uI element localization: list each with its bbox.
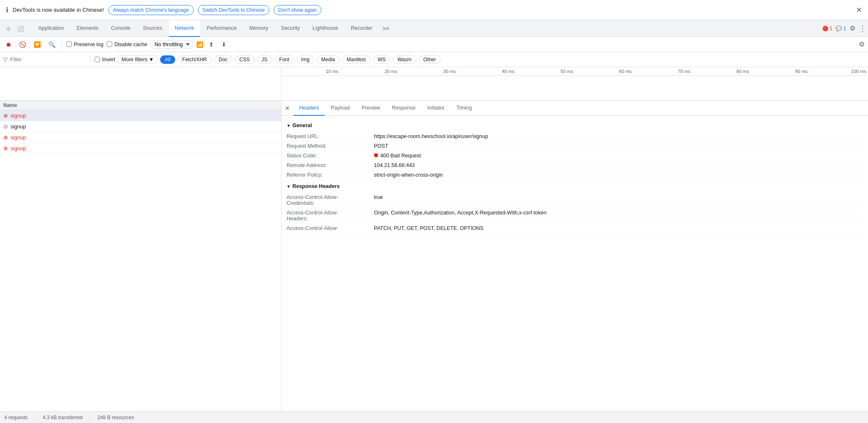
network-toolbar: ⏺ 🚫 🔽 🔍 Preserve log Disable cache No th… (0, 37, 868, 52)
error-icon: 🔴 (822, 26, 829, 31)
upload-icon-button[interactable]: ⬆ (207, 40, 216, 49)
more-options-button[interactable]: ⋮ (859, 24, 866, 33)
status-code-row: Status Code: 400 Bad Request (287, 151, 863, 161)
request-row-4[interactable]: ⊗ signup (0, 143, 281, 154)
request-method-key: Request Method: (287, 143, 371, 149)
tab-performance[interactable]: Performance (201, 20, 243, 37)
filter-fetchxhr-button[interactable]: Fetch/XHR (178, 55, 212, 64)
filter-img-button[interactable]: Img (297, 55, 314, 64)
more-tabs-button[interactable]: >> (379, 24, 392, 34)
filter-ws-button[interactable]: WS (373, 55, 390, 64)
general-section-title[interactable]: General (287, 119, 863, 132)
request-name-3: signup (11, 135, 26, 141)
status-code-val: 400 Bad Request (374, 153, 863, 159)
pending-icon-2: ⊙ (3, 123, 8, 130)
htab-preview[interactable]: Preview (355, 101, 386, 116)
filter-toggle-button[interactable]: 🔽 (32, 40, 43, 49)
tab-elements[interactable]: Elements (71, 20, 104, 37)
dont-show-again-button[interactable]: Don't show again (274, 5, 321, 15)
tab-recorder[interactable]: Recorder (345, 20, 378, 37)
disable-cache-text: Disable cache (114, 42, 147, 47)
htab-timing[interactable]: Timing (450, 101, 478, 116)
error-icon-4: ⊗ (3, 145, 8, 151)
clear-button[interactable]: 🚫 (17, 40, 28, 49)
htab-initiator[interactable]: Initiator (421, 101, 450, 116)
tab-lighthouse[interactable]: Lighthouse (307, 20, 344, 37)
record-button[interactable]: ⏺ (3, 40, 13, 49)
wifi-icon: 📶 (196, 41, 203, 48)
message-badge[interactable]: 💬 1 (836, 26, 846, 31)
resources-size: 248 B resources (97, 415, 134, 420)
aca-credentials-row: Access-Control-Allow-Credentials: true (287, 193, 863, 208)
network-settings-icon[interactable]: ⚙ (859, 40, 865, 48)
filter-doc-button[interactable]: Doc (214, 55, 232, 64)
inspect-icon-button[interactable]: ⊹ (4, 24, 13, 34)
htab-headers[interactable]: Headers (293, 101, 325, 116)
filter-other-button[interactable]: Other (419, 55, 441, 64)
status-bar: 4 requests | 4.3 kB transferred | 248 B … (0, 411, 868, 423)
devtools-window: ℹ DevTools is now available in Chinese! … (0, 0, 868, 423)
tab-sources[interactable]: Sources (137, 20, 168, 37)
device-icon-button[interactable]: ⬜ (15, 24, 26, 34)
filter-input[interactable] (10, 57, 86, 63)
htab-payload[interactable]: Payload (325, 101, 355, 116)
close-panel-button[interactable]: ✕ (285, 105, 290, 112)
tick-50ms: 50 ms (516, 69, 575, 74)
tab-memory[interactable]: Memory (243, 20, 274, 37)
filter-divider (90, 56, 90, 63)
preserve-log-checkbox[interactable] (66, 42, 72, 47)
preserve-log-label[interactable]: Preserve log (66, 42, 103, 47)
disable-cache-label[interactable]: Disable cache (107, 42, 147, 47)
status-divider-2: | (89, 415, 91, 420)
requests-header: Name (0, 101, 281, 110)
tick-90ms: 90 ms (751, 69, 810, 74)
referrer-policy-row: Referrer Policy: strict-origin-when-cros… (287, 170, 863, 180)
invert-checkbox[interactable] (95, 57, 100, 62)
referrer-policy-val: strict-origin-when-cross-origin (374, 172, 863, 178)
tab-security[interactable]: Security (275, 20, 306, 37)
htab-response[interactable]: Response (386, 101, 421, 116)
request-name-1: signup (11, 113, 26, 119)
name-column-header: Name (3, 102, 17, 108)
error-badge[interactable]: 🔴 1 (822, 26, 833, 31)
headers-content: General Request URL: https://escape-room… (281, 116, 868, 411)
tick-100ms: 100 ms (809, 69, 868, 74)
remote-address-row: Remote Address: 104.21.58.66:443 (287, 161, 863, 170)
throttle-select[interactable]: No throttling Fast 3G Slow 3G (151, 40, 193, 49)
filter-font-button[interactable]: Font (275, 55, 294, 64)
filter-css-button[interactable]: CSS (235, 55, 255, 64)
download-icon-button[interactable]: ⬇ (219, 40, 229, 49)
filter-manifest-button[interactable]: Manifest (342, 55, 370, 64)
tab-network[interactable]: Network (169, 20, 200, 37)
request-row-2[interactable]: ⊙ signup (0, 121, 281, 132)
filter-all-button[interactable]: All (160, 55, 175, 64)
filter-wasm-button[interactable]: Wasm (393, 55, 416, 64)
filter-js-button[interactable]: JS (257, 55, 272, 64)
switch-to-chinese-button[interactable]: Switch DevTools to Chinese (198, 5, 270, 15)
remote-address-key: Remote Address: (287, 162, 371, 168)
tab-application[interactable]: Application (32, 20, 70, 37)
tab-console[interactable]: Console (105, 20, 136, 37)
more-filters-button[interactable]: More filters ▼ (118, 55, 158, 64)
request-row-1[interactable]: ⊗ signup (0, 110, 281, 121)
aca-headers-val: Origin, Content-Type,Authorization, Acce… (374, 210, 863, 222)
disable-cache-checkbox[interactable] (107, 42, 112, 47)
request-row-3[interactable]: ⊗ signup (0, 132, 281, 143)
settings-gear-button[interactable]: ⚙ (850, 24, 855, 32)
aca-methods-row: Access-Control-Allow- PATCH, PUT, GET, P… (287, 224, 863, 233)
notification-close-button[interactable]: ✕ (856, 5, 862, 15)
requests-panel: Name ⊗ signup ⊙ signup ⊗ signup ⊗ signup (0, 101, 281, 411)
preserve-log-text: Preserve log (74, 42, 103, 47)
filter-media-button[interactable]: Media (317, 55, 340, 64)
response-section-title[interactable]: Response Headers (287, 180, 863, 193)
message-count: 1 (843, 26, 846, 31)
invert-label[interactable]: Invert (95, 57, 115, 63)
tick-30ms: 30 ms (399, 69, 458, 74)
search-button[interactable]: 🔍 (46, 40, 58, 49)
aca-credentials-key: Access-Control-Allow-Credentials: (287, 194, 371, 206)
aca-headers-row: Access-Control-Allow-Headers: Origin, Co… (287, 208, 863, 224)
error-icon-3: ⊗ (3, 134, 8, 141)
always-match-button[interactable]: Always match Chrome's language (108, 5, 194, 15)
request-count: 4 requests (4, 415, 28, 420)
tab-right-controls: 🔴 1 💬 1 ⚙ ⋮ (822, 24, 866, 33)
